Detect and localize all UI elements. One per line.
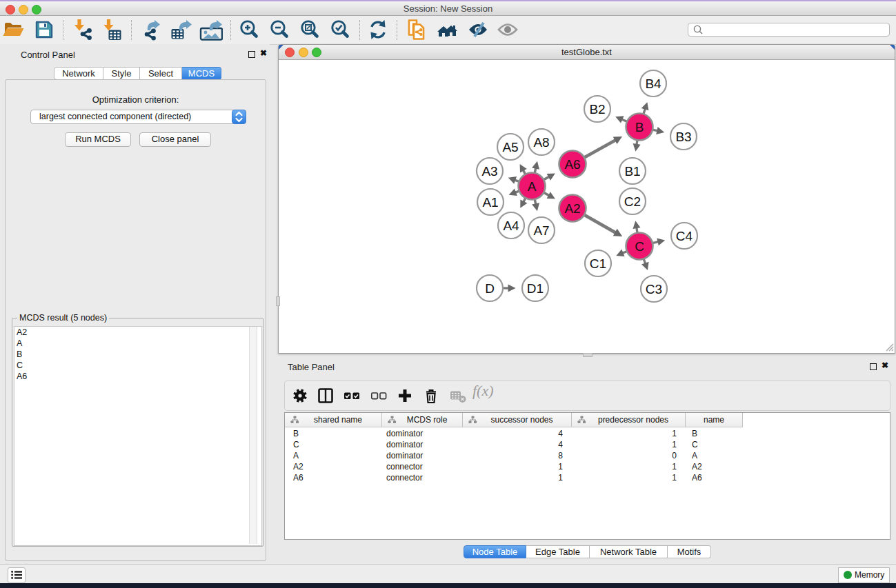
svg-text:B: B <box>635 120 644 134</box>
svg-text:B2: B2 <box>589 102 605 116</box>
svg-text:A5: A5 <box>502 140 518 154</box>
svg-text:C1: C1 <box>590 256 606 271</box>
svg-text:A1: A1 <box>482 195 498 210</box>
svg-text:C4: C4 <box>676 229 693 243</box>
svg-text:A: A <box>528 179 537 194</box>
svg-text:C2: C2 <box>624 194 641 209</box>
svg-text:A3: A3 <box>481 164 497 179</box>
svg-text:A7: A7 <box>533 223 549 238</box>
svg-text:C3: C3 <box>646 282 662 296</box>
svg-text:D1: D1 <box>527 281 544 296</box>
svg-text:B4: B4 <box>645 77 661 91</box>
svg-text:B1: B1 <box>624 164 640 179</box>
svg-text:C: C <box>635 239 644 254</box>
svg-text:A8: A8 <box>533 135 549 150</box>
svg-text:D: D <box>485 281 495 296</box>
svg-text:A4: A4 <box>503 219 519 233</box>
svg-text:A2: A2 <box>564 201 580 216</box>
svg-text:A6: A6 <box>564 157 580 172</box>
svg-text:B3: B3 <box>675 130 691 144</box>
